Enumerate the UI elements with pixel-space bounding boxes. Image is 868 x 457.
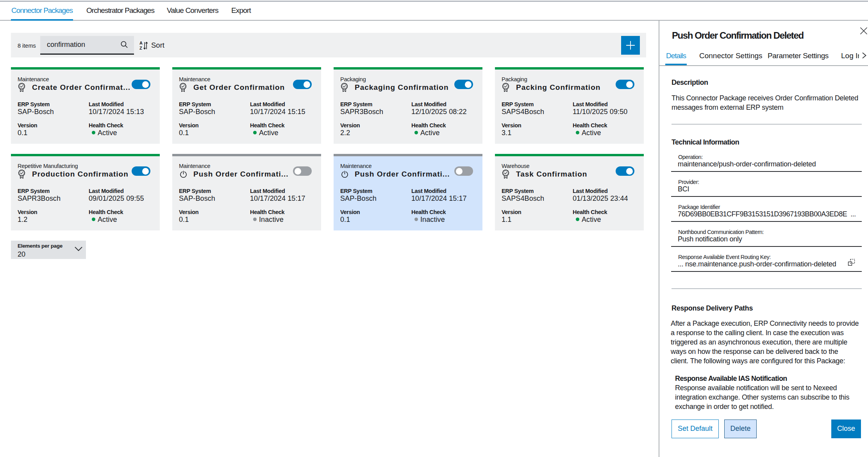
svg-text:A: A	[139, 41, 143, 45]
svg-text:Z: Z	[139, 46, 142, 50]
